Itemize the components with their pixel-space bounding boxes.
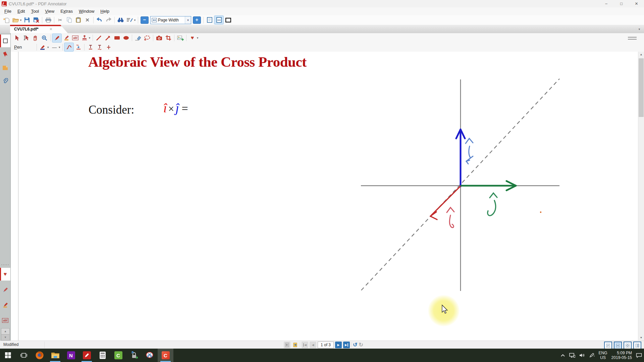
sidebar-scroll-up[interactable]: ▲ [1,328,10,335]
taskbar-file-explorer[interactable] [47,349,63,362]
clock[interactable]: 5:09 PM 2019-05-15 [611,351,632,360]
stamp-tool-button[interactable] [80,34,89,42]
sort-annotations-button[interactable] [125,16,134,24]
zoom-tool-button[interactable] [40,34,49,42]
view-page-width-button[interactable] [214,15,224,24]
sidebar-bookmarks-panel[interactable] [0,48,10,61]
pen-color-button[interactable] [38,43,47,51]
sidebar-pages-panel[interactable] [0,35,10,47]
next-page-button[interactable]: ▶ [335,342,342,348]
previous-page-button[interactable]: ◀ [310,342,316,348]
rectangle-tool-button[interactable] [112,34,121,42]
sidebar-attachments-panel[interactable] [0,75,10,87]
taskbar-snipping-tool[interactable] [142,349,158,362]
text-box-tool-button[interactable]: abl [71,34,80,42]
smooth-curve-button[interactable] [64,43,74,52]
text-squiggle-button[interactable] [95,43,104,51]
page-indicator[interactable]: 1 of 3 [318,342,334,348]
view-single-page-button[interactable] [205,16,214,24]
zoom-in-button[interactable]: + [193,16,201,24]
scroll-down-arrow[interactable]: ▼ [638,335,644,341]
menu-window[interactable]: Window [76,8,97,14]
tab-close-icon[interactable]: × [50,26,52,32]
taskbar-security-lock[interactable] [126,349,142,362]
insert-image-button[interactable] [176,34,185,42]
snap-line-button[interactable] [74,43,83,51]
find-button[interactable] [116,16,125,24]
taskbar-camtasia[interactable]: C [110,349,126,362]
open-button[interactable] [11,16,20,24]
open-caret-icon[interactable]: ▾ [19,18,22,22]
vertical-scrollbar[interactable]: ▲ ▼ [638,52,644,341]
minimize-button[interactable]: – [599,0,614,7]
ellipse-tool-button[interactable] [121,34,130,42]
favorites-caret-icon[interactable]: ▾ [196,36,199,40]
toolbar-overflow-button[interactable] [628,36,637,41]
sidebar-notes-panel[interactable] [0,61,10,74]
delete-button[interactable]: ✕ [83,16,92,24]
text-strikethrough-button[interactable] [104,43,113,51]
taskbar-pdf-annotator[interactable] [79,349,95,362]
taskbar-onenote[interactable]: N [63,349,79,362]
scroll-up-arrow[interactable]: ▲ [638,52,644,57]
text-underline-button[interactable] [86,43,95,51]
copy-button[interactable] [65,16,74,24]
history-back-button[interactable] [284,342,290,348]
task-view-button[interactable] [16,349,32,362]
menu-edit[interactable]: Edit [14,8,28,14]
hidden-icons-chevron[interactable] [560,354,565,357]
history-forward-button[interactable] [292,342,299,348]
print-button[interactable] [44,16,53,24]
full-screen-button[interactable] [224,16,233,24]
view-back-button[interactable]: ↺ [353,342,357,348]
sidebar-favorites-tool[interactable]: ♥ [0,268,10,281]
sidebar-pen-tool[interactable] [0,283,10,296]
menu-view[interactable]: View [42,8,57,14]
menu-file[interactable]: File [1,8,14,14]
crop-tool-button[interactable] [164,34,173,42]
line-width-caret-icon[interactable]: ▾ [58,46,61,49]
scrollbar-thumb[interactable] [639,58,644,117]
favorites-button[interactable]: ♥ [188,34,197,42]
cut-button[interactable]: ✂ [56,16,65,24]
menu-tool[interactable]: Tool [28,8,42,14]
line-width-button[interactable]: — [50,43,59,51]
taskbar-calculator[interactable] [95,349,110,362]
new-document-button[interactable] [2,16,11,24]
taskbar-camtasia-recorder[interactable]: C [158,349,173,362]
document-tab[interactable]: CVU7L6.pdf* × [10,25,68,33]
view-forward-button[interactable]: ↻ [359,342,363,348]
sidebar-drag-handle[interactable] [1,264,9,265]
sidebar-marker-tool[interactable] [0,299,10,311]
sidebar-scroll-down[interactable]: ▼ [1,334,10,341]
close-button[interactable]: ✕ [629,0,644,7]
save-copy-button[interactable] [32,16,41,24]
pen-color-caret-icon[interactable]: ▾ [46,46,50,49]
pen-input-icon[interactable] [589,353,595,358]
tab-list-caret-icon[interactable]: ▾ [637,26,642,32]
sidebar-text-tool[interactable]: abl [0,314,10,327]
action-center-icon[interactable] [636,353,642,358]
save-button[interactable] [22,16,32,24]
paste-button[interactable] [74,16,83,24]
marker-tool-button[interactable] [62,34,71,42]
hand-pan-tool-button[interactable] [31,34,40,42]
zoom-out-button[interactable]: − [141,16,149,24]
volume-icon[interactable] [579,353,585,358]
start-button[interactable] [0,349,16,362]
eraser-tool-button[interactable] [133,34,143,42]
network-icon[interactable] [569,353,575,358]
menu-extras[interactable]: Extras [57,8,76,14]
language-indicator[interactable]: ENG US [599,351,607,360]
stamp-caret-icon[interactable]: ▾ [88,36,91,40]
first-page-button[interactable]: ◀ [302,342,308,348]
arrow-tool-button[interactable] [103,34,112,42]
snapshot-tool-button[interactable] [155,34,164,42]
sort-caret-icon[interactable]: ▾ [133,18,137,22]
last-page-button[interactable]: ▶ [343,342,350,348]
zoom-level-combobox[interactable]: Page Width ▾ [150,16,191,24]
taskbar-firefox[interactable] [32,349,47,362]
select-text-tool-button[interactable] [22,34,31,42]
select-tool-button[interactable] [13,34,22,42]
zoom-combo-caret-icon[interactable]: ▾ [185,16,191,24]
